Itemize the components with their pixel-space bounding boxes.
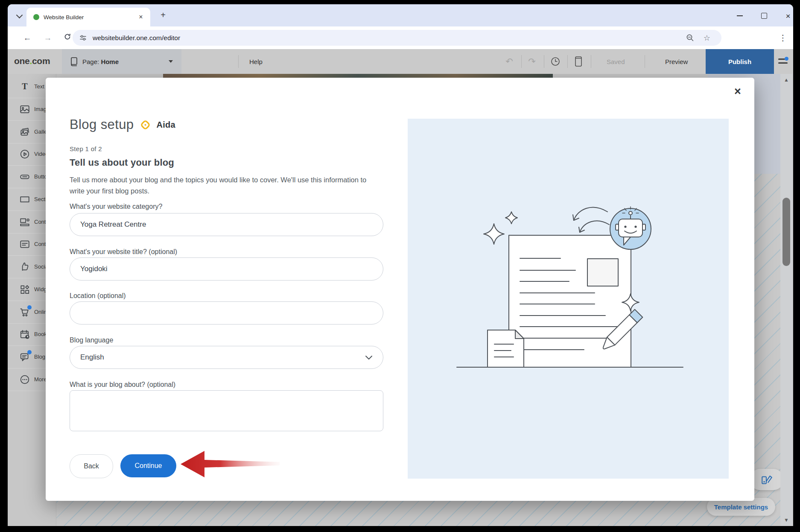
modal-description: Tell us more about your blog and the top… (70, 174, 368, 196)
back-button[interactable]: Back (70, 454, 113, 478)
aida-illustration (408, 119, 729, 479)
language-select[interactable]: English (70, 346, 383, 369)
gallery-icon (19, 126, 30, 137)
modal-title-row: Blog setup Aida (70, 117, 175, 132)
reload-button[interactable] (61, 32, 74, 44)
window-minimize-button[interactable] (733, 11, 747, 20)
tab-close-icon[interactable]: × (137, 13, 145, 21)
category-label: What's your website category? (70, 203, 162, 210)
continue-button[interactable]: Continue (120, 454, 176, 477)
modal-close-button[interactable]: × (730, 85, 745, 99)
widgets-icon (19, 284, 30, 295)
save-status: Saved (607, 49, 625, 74)
aida-brand-name: Aida (157, 120, 176, 130)
browser-chrome: ← → websitebuilder.one.com/editor ☆ ⋮ (8, 26, 793, 49)
scroll-down-icon[interactable]: ▼ (780, 515, 792, 525)
page-scrollbar[interactable]: ▲ ▼ (780, 74, 792, 526)
step-indicator: Step 1 of 2 (70, 145, 102, 152)
scrollbar-thumb[interactable] (782, 198, 790, 266)
thumbs-up-icon (19, 261, 30, 272)
about-label: What is your blog about? (optional) (70, 381, 175, 389)
editor-content: T Text Imag Galle Video Butto Secti (8, 74, 793, 526)
new-tab-button[interactable]: + (157, 9, 169, 21)
browser-menu-icon[interactable]: ⋮ (779, 32, 787, 44)
svg-text:T: T (22, 82, 28, 91)
contact-form-icon (19, 239, 30, 250)
editor-toolbar: one.com Page: Home Help ↶ ↷ Saved Previe… (8, 49, 793, 74)
address-bar[interactable]: websitebuilder.one.com/editor ☆ (73, 30, 721, 46)
clock-icon (550, 56, 561, 67)
blog-icon (19, 351, 30, 362)
cart-icon (19, 307, 30, 318)
tab-search-button[interactable] (13, 10, 26, 21)
image-icon (19, 104, 30, 115)
mobile-preview-button[interactable] (572, 55, 585, 68)
browser-window: Website Builder × + × ← → websitebuilder… (8, 4, 793, 526)
one-com-logo: one.com (14, 56, 50, 66)
reload-icon (64, 33, 71, 41)
notification-dot (27, 350, 32, 354)
modal-heading: Tell us about your blog (70, 157, 174, 168)
category-input[interactable] (70, 213, 383, 236)
video-icon (19, 149, 30, 160)
url-text: websitebuilder.one.com/editor (93, 34, 180, 42)
browser-tab[interactable]: Website Builder × (26, 8, 150, 26)
mobile-icon (575, 56, 582, 67)
blog-writing-illustration (408, 119, 729, 479)
site-info-icon[interactable] (79, 34, 87, 41)
menu-button[interactable] (778, 58, 788, 65)
caret-down-icon (169, 60, 173, 63)
page-selector-label: Page: Home (82, 58, 119, 65)
palette-icon (761, 474, 773, 485)
section-icon (19, 194, 30, 205)
blog-setup-modal: × Blog setup Aida Step 1 of 2 Tell us ab… (46, 78, 754, 501)
tab-title: Website Builder (44, 14, 137, 20)
bookmark-star-icon[interactable]: ☆ (704, 33, 710, 43)
scroll-up-icon[interactable]: ▲ (780, 75, 792, 85)
button-icon (19, 171, 30, 182)
aida-logo-icon (140, 119, 151, 131)
maximize-icon (761, 13, 767, 19)
notification-dot (27, 305, 32, 310)
style-palette-button[interactable] (750, 469, 784, 490)
website-title-label: What's your website title? (optional) (70, 248, 177, 256)
window-close-button[interactable]: × (781, 11, 793, 20)
favicon-icon (33, 14, 39, 20)
zoom-out-icon[interactable] (686, 34, 694, 42)
text-icon: T (19, 81, 30, 92)
history-button[interactable] (549, 55, 562, 68)
more-ellipsis-icon (19, 374, 30, 385)
container-icon (19, 216, 30, 228)
chevron-down-icon (16, 12, 23, 18)
language-label: Blog language (70, 336, 113, 344)
modal-title: Blog setup (70, 117, 134, 132)
about-textarea[interactable] (70, 390, 383, 431)
forward-button[interactable]: → (41, 32, 54, 44)
close-icon: × (785, 12, 790, 20)
publish-button[interactable]: Publish (706, 49, 774, 74)
tab-strip: Website Builder × + × (8, 4, 793, 26)
location-label: Location (optional) (70, 292, 126, 300)
minimize-icon (737, 15, 743, 16)
redo-button[interactable]: ↷ (526, 55, 538, 68)
page-hero-image (163, 74, 553, 78)
screen: Website Builder × + × ← → websitebuilder… (0, 0, 800, 532)
notification-dot (785, 57, 788, 61)
location-input[interactable] (70, 301, 383, 324)
window-maximize-button[interactable] (757, 11, 771, 20)
chevron-down-icon (365, 355, 373, 360)
help-button[interactable]: Help (249, 49, 263, 74)
website-title-input[interactable] (70, 257, 383, 281)
preview-button[interactable]: Preview (665, 49, 688, 74)
annotation-arrow-icon (179, 447, 282, 481)
language-value: English (80, 353, 104, 362)
page-icon (70, 57, 78, 66)
undo-button[interactable]: ↶ (503, 55, 516, 68)
booking-calendar-icon (19, 329, 30, 340)
back-button[interactable]: ← (21, 32, 34, 44)
page-selector-dropdown[interactable]: Page: Home (62, 49, 181, 74)
